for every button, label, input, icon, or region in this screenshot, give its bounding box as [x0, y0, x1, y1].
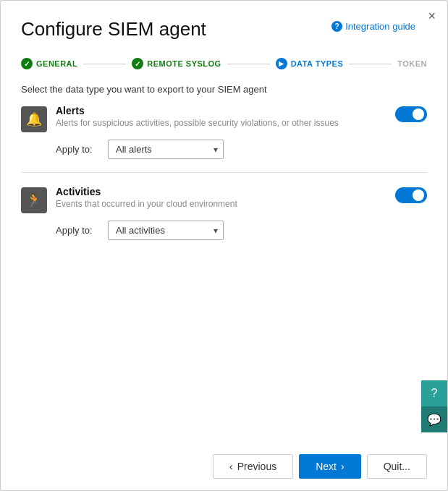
- dialog-footer: ‹ Previous Next › Quit...: [1, 443, 447, 490]
- alerts-toggle[interactable]: [395, 106, 427, 122]
- step-general: ✓ GENERAL: [21, 58, 77, 69]
- activities-description: Events that occurred in your cloud envir…: [56, 199, 386, 209]
- section-intro: Select the data type you want to export …: [21, 84, 427, 95]
- step-line-1: [83, 64, 126, 64]
- side-actions: ? 💬: [421, 380, 447, 432]
- activities-toggle-wrap: [395, 186, 427, 203]
- activities-apply-label: Apply to:: [56, 225, 99, 236]
- alerts-toggle-wrap: [395, 105, 427, 122]
- next-label: Next: [316, 461, 337, 472]
- activities-icon: 🏃: [21, 187, 47, 213]
- alerts-toggle-track: [395, 106, 427, 122]
- dialog-header: Configure SIEM agent ? Integration guide: [1, 1, 447, 45]
- help-circle-icon: ?: [331, 21, 342, 32]
- previous-button[interactable]: ‹ Previous: [213, 454, 293, 479]
- alerts-apply-row: Apply to: All alerts High severity Mediu…: [56, 140, 427, 159]
- step-remote-syslog-icon: ✓: [132, 58, 143, 69]
- divider-1: [21, 172, 427, 173]
- step-data-types-icon: ▶: [276, 58, 287, 69]
- next-chevron-icon: ›: [341, 461, 345, 472]
- configure-siem-dialog: × Configure SIEM agent ? Integration gui…: [0, 0, 448, 491]
- activities-select-wrap: All activities Failed activities Success…: [108, 221, 224, 240]
- alerts-name: Alerts: [56, 105, 386, 116]
- quit-label: Quit...: [384, 461, 410, 472]
- stepper: ✓ GENERAL ✓ REMOTE SYSLOG ▶ DATA TYPES T…: [1, 45, 447, 69]
- side-feedback-button[interactable]: 💬: [421, 406, 447, 432]
- integration-guide-link[interactable]: ? Integration guide: [331, 21, 415, 32]
- activities-apply-row: Apply to: All activities Failed activiti…: [56, 221, 427, 240]
- previous-label: Previous: [237, 461, 276, 472]
- step-remote-syslog-label: REMOTE SYSLOG: [147, 59, 221, 68]
- quit-button[interactable]: Quit...: [367, 454, 427, 479]
- alerts-apply-label: Apply to:: [56, 144, 99, 155]
- step-remote-syslog: ✓ REMOTE SYSLOG: [132, 58, 221, 69]
- step-general-icon: ✓: [21, 58, 33, 69]
- activities-toggle-thumb: [413, 189, 424, 201]
- next-button[interactable]: Next ›: [299, 454, 360, 479]
- step-data-types: ▶ DATA TYPES: [276, 58, 344, 69]
- step-line-2: [227, 64, 270, 64]
- step-general-label: GENERAL: [36, 59, 77, 68]
- activities-info: Activities Events that occurred in your …: [56, 186, 386, 209]
- activities-toggle-track: [395, 187, 427, 203]
- activities-name: Activities: [56, 186, 386, 197]
- step-token-label: TOKEN: [397, 59, 427, 68]
- step-data-types-label: DATA TYPES: [291, 59, 344, 68]
- alerts-icon: 🔔: [21, 106, 47, 132]
- alerts-info: Alerts Alerts for suspicious activities,…: [56, 105, 386, 128]
- close-button[interactable]: ×: [428, 9, 436, 22]
- side-help-icon: ?: [431, 387, 438, 400]
- integration-guide-label: Integration guide: [345, 21, 415, 32]
- dialog-content: Select the data type you want to export …: [1, 69, 447, 443]
- alerts-select-wrap: All alerts High severity Medium severity…: [108, 140, 224, 159]
- step-token: TOKEN: [397, 59, 427, 68]
- side-help-button[interactable]: ?: [421, 380, 447, 406]
- side-feedback-icon: 💬: [427, 413, 441, 427]
- activities-apply-select[interactable]: All activities Failed activities Success…: [108, 221, 224, 240]
- activities-toggle[interactable]: [395, 187, 427, 203]
- alerts-toggle-thumb: [413, 108, 424, 120]
- alerts-apply-select[interactable]: All alerts High severity Medium severity…: [108, 140, 224, 159]
- activities-row: 🏃 Activities Events that occurred in you…: [21, 186, 427, 213]
- previous-chevron-icon: ‹: [229, 461, 233, 472]
- step-line-3: [349, 64, 392, 64]
- alerts-description: Alerts for suspicious activities, possib…: [56, 118, 386, 128]
- alerts-row: 🔔 Alerts Alerts for suspicious activitie…: [21, 105, 427, 132]
